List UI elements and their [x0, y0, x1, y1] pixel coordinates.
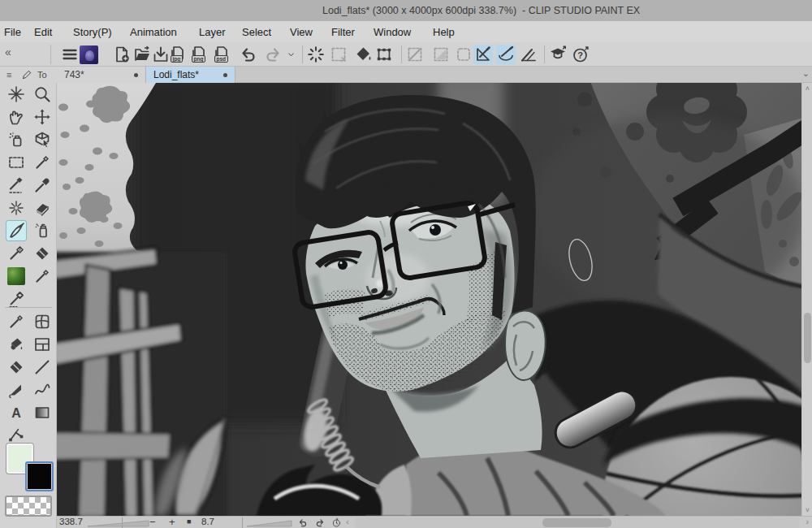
background-color-swatch[interactable] [25, 461, 54, 491]
tool-brush[interactable] [6, 221, 26, 240]
menu-select[interactable]: Select [242, 26, 271, 38]
tool-mesh-transform[interactable] [32, 312, 52, 331]
undo-icon[interactable] [238, 45, 257, 64]
deselect-icon[interactable] [306, 45, 326, 64]
reselect-icon[interactable] [329, 45, 348, 64]
tool-pen[interactable] [32, 153, 52, 172]
status-bar: 338.7 − + ■ 8.7 ‹ › [57, 516, 812, 528]
tool-straight-line[interactable] [32, 357, 52, 377]
canvas-area[interactable] [57, 83, 801, 516]
tool-gradient[interactable] [32, 403, 52, 422]
snap-to-grid-icon[interactable] [519, 45, 538, 64]
snap-to-special-ruler-icon[interactable] [496, 45, 516, 64]
foliage-thumbnail [7, 267, 25, 285]
tool-pen-2[interactable] [6, 244, 26, 263]
tool-selection-pen[interactable] [6, 175, 26, 195]
zoom-slider[interactable] [88, 520, 149, 527]
redo-icon[interactable] [315, 517, 326, 528]
menu-animation[interactable]: Animation [130, 26, 177, 38]
tool-eyedropper[interactable] [32, 175, 52, 195]
undo-icon[interactable] [297, 517, 308, 528]
tool-eraser-2[interactable] [32, 244, 52, 263]
tool-path-edit[interactable] [6, 426, 26, 445]
tool-lasso-fill[interactable] [6, 380, 26, 400]
open-clip-studio-icon[interactable] [548, 45, 568, 64]
export-jpg-icon[interactable]: jpg [168, 45, 188, 64]
tool-text[interactable]: A [6, 403, 26, 422]
modified-dot [223, 73, 227, 77]
open-file-icon[interactable] [132, 45, 152, 64]
zoom-reset-button[interactable]: ■ [187, 517, 191, 526]
menu-bar: FileEditStory(P)AnimationLayerSelectView… [0, 21, 812, 42]
tool-hand[interactable] [6, 107, 26, 127]
vertical-scrollbar[interactable]: ˄ ˅ [801, 83, 812, 516]
tool-pen-3[interactable] [32, 266, 52, 286]
tool-palette: A [0, 83, 57, 528]
menu-layer[interactable]: Layer [199, 26, 226, 38]
tool-frame-border[interactable] [32, 335, 52, 354]
new-file-icon[interactable] [112, 45, 132, 64]
scale-rotate-icon[interactable] [374, 45, 394, 64]
rotation-slider[interactable] [247, 520, 292, 527]
tool-operation[interactable] [32, 130, 52, 149]
title-bar: Lodi_flats* (3000 x 4000px 600dpi 338.7%… [0, 0, 812, 21]
tool-spray[interactable] [32, 221, 52, 240]
fill-icon[interactable] [353, 45, 373, 64]
zoom-out-button[interactable]: − [149, 516, 156, 528]
scroll-up-icon[interactable]: ˄ [802, 84, 812, 93]
svg-text:?: ? [577, 50, 583, 60]
canvas-artwork[interactable] [57, 83, 801, 516]
menu-view[interactable]: View [290, 26, 313, 38]
menu-file[interactable]: File [4, 26, 21, 38]
menu-story-p-[interactable]: Story(P) [73, 26, 112, 38]
scroll-down-icon[interactable]: ˅ [802, 505, 812, 515]
main-toolbar: « jpgpngpsd? [0, 42, 812, 67]
transparent-color-swatch[interactable] [5, 496, 52, 517]
tool-foliage-brush[interactable] [6, 266, 26, 286]
tool-fill-bucket[interactable] [6, 335, 26, 354]
export-psd-icon[interactable]: psd [212, 45, 231, 64]
tool-zoom[interactable] [32, 84, 52, 104]
menu-window[interactable]: Window [374, 26, 411, 38]
menu-edit[interactable]: Edit [34, 26, 52, 38]
tool-move[interactable] [32, 107, 52, 127]
undo-history-dropdown-icon[interactable] [286, 45, 296, 64]
vertical-scroll-thumb[interactable] [804, 313, 811, 363]
panel-title: To [37, 70, 47, 80]
tab-743[interactable]: 743* [57, 67, 146, 83]
convert-tone-icon[interactable] [431, 45, 451, 64]
collapse-toolbar-icon[interactable]: « [5, 45, 11, 58]
tool-pen-5[interactable] [6, 312, 26, 331]
convert-layer-icon[interactable] [405, 45, 425, 64]
snap-to-ruler-icon[interactable] [473, 45, 493, 64]
history-clock-icon[interactable] [331, 517, 342, 528]
help-icon[interactable]: ? [571, 45, 590, 64]
tab-lodi-flats[interactable]: Lodi_flats* [146, 67, 235, 83]
document-tab-bar: ≡ To 743* Lodi_flats* ⌄ [0, 67, 812, 83]
tool-airbrush[interactable] [6, 130, 26, 149]
tool-eraser-3[interactable] [6, 357, 26, 377]
toolbar-menu-icon[interactable] [60, 45, 80, 64]
menu-help[interactable]: Help [433, 26, 455, 38]
menu-filter[interactable]: Filter [331, 26, 355, 38]
tool-auto-select[interactable] [6, 84, 26, 104]
export-png-icon[interactable]: png [189, 45, 209, 64]
tool-eraser[interactable] [32, 198, 52, 218]
new-frame-border-icon[interactable] [454, 45, 473, 64]
tab-list-chevron-icon[interactable]: ⌄ [802, 68, 810, 79]
tool-curve[interactable] [32, 380, 52, 400]
scroll-left-icon[interactable]: ‹ [346, 517, 349, 526]
redo-icon[interactable] [264, 45, 283, 64]
panel-menu-icon[interactable]: ≡ [6, 70, 11, 80]
window-title: Lodi_flats* (3000 x 4000px 600dpi 338.7%… [322, 5, 640, 16]
zoom-in-button[interactable]: + [169, 516, 175, 528]
tool-panel-header: ≡ To [0, 67, 57, 83]
horizontal-scroll-thumb[interactable] [542, 518, 611, 527]
tool-marquee-select[interactable] [6, 153, 26, 172]
scroll-right-icon[interactable]: › [806, 517, 809, 526]
tool-magic-wand[interactable] [6, 198, 26, 218]
tool-pen-4[interactable] [6, 289, 26, 309]
document-thumbnail-icon[interactable] [80, 45, 98, 64]
clip-studio-window: Lodi_flats* (3000 x 4000px 600dpi 338.7%… [0, 0, 812, 528]
zoom-value: 338.7 [59, 517, 83, 526]
